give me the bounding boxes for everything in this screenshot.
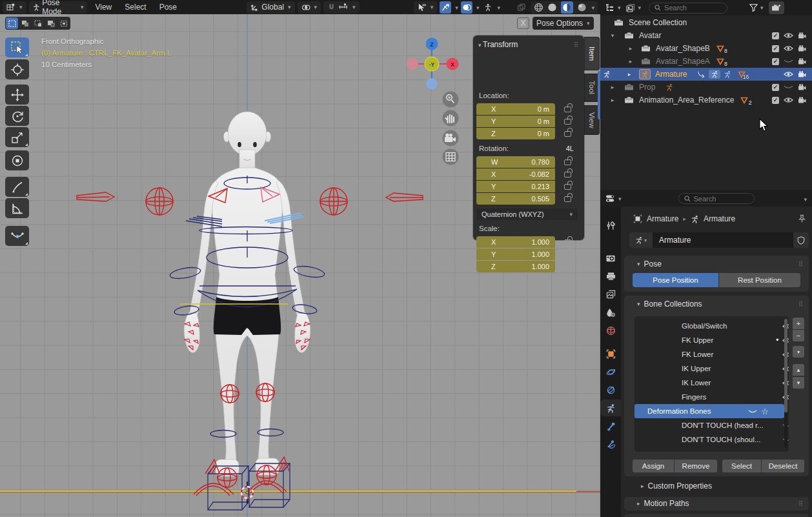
eye-closed-icon[interactable] xyxy=(784,58,793,65)
tab-world[interactable] xyxy=(600,322,621,339)
rotation-x-field[interactable]: X-0.082 xyxy=(476,168,555,180)
outliner-row-prop[interactable]: ▸ Prop xyxy=(600,81,812,94)
tool-annotate[interactable] xyxy=(5,177,29,197)
move-collection-up-button[interactable]: ▲ xyxy=(793,364,804,376)
remove-collection-button[interactable]: − xyxy=(793,330,804,341)
location-z-field[interactable]: Z0 m xyxy=(476,128,555,139)
expand-icon[interactable]: ▸ xyxy=(626,71,633,77)
lock-icon[interactable] xyxy=(564,196,571,202)
overlays-dropdown[interactable] xyxy=(475,3,480,12)
outliner-row-scene-collection[interactable]: Scene Collection xyxy=(600,16,812,29)
show-gizmo-toggle[interactable] xyxy=(440,1,451,14)
lock-icon[interactable] xyxy=(564,239,571,245)
shading-wireframe-icon[interactable] xyxy=(534,3,543,12)
tab-output[interactable] xyxy=(600,268,621,285)
menu-select[interactable]: Select xyxy=(119,1,151,14)
rotation-y-field[interactable]: Y0.213 xyxy=(476,181,555,192)
outliner-row-animation-area-reference[interactable]: ▸ Animation_Area_Reference 2 xyxy=(600,94,812,106)
pose-position-button[interactable]: Pose Position xyxy=(633,273,718,287)
breadcrumb-data[interactable]: Armature xyxy=(704,214,735,223)
expand-icon[interactable]: ▸ xyxy=(627,45,634,52)
exclude-checkbox[interactable] xyxy=(772,58,779,65)
outliner-display-mode-button[interactable] xyxy=(626,4,642,12)
exclude-checkbox[interactable] xyxy=(772,32,779,39)
lock-icon[interactable] xyxy=(564,119,571,125)
mode-dropdown[interactable]: Pose Mode xyxy=(29,1,88,14)
tab-tool[interactable] xyxy=(600,217,621,234)
list-scrollbar-thumb[interactable] xyxy=(784,319,787,412)
shading-rendered-icon[interactable] xyxy=(577,3,587,12)
tool-select-box[interactable] xyxy=(5,37,29,57)
tab-object-data-armature-active[interactable] xyxy=(600,400,621,416)
list-scrollbar-track[interactable] xyxy=(784,319,787,448)
toggle-xray[interactable] xyxy=(516,1,527,14)
menu-pose[interactable]: Pose xyxy=(154,1,182,14)
list-item-fingers[interactable]: Fingers xyxy=(669,390,789,404)
camera-icon[interactable] xyxy=(798,71,807,78)
pan-hand-button[interactable] xyxy=(443,110,459,127)
tab-physics[interactable] xyxy=(600,363,621,380)
expand-icon[interactable]: ▸ xyxy=(627,58,634,65)
select-mode-set[interactable] xyxy=(6,17,18,29)
expand-icon[interactable]: ▸ xyxy=(609,84,616,90)
navigation-gizmo[interactable]: X Z -Y xyxy=(407,38,459,90)
properties-search-input[interactable]: Search xyxy=(678,193,755,204)
location-y-field[interactable]: Y0 m xyxy=(476,116,555,127)
tool-move[interactable] xyxy=(5,85,29,105)
camera-icon[interactable] xyxy=(798,45,807,52)
panel-grip[interactable] xyxy=(798,259,804,269)
grid-perspective-button[interactable] xyxy=(443,149,459,165)
solo-star-icon[interactable] xyxy=(761,407,769,416)
eye-open-icon[interactable] xyxy=(784,45,793,52)
rest-position-button[interactable]: Rest Position xyxy=(719,273,800,287)
camera-icon[interactable] xyxy=(798,97,807,104)
shading-dropdown[interactable] xyxy=(591,3,595,12)
new-collection-button[interactable] xyxy=(769,1,784,14)
tool-pose-breakdowner[interactable] xyxy=(5,226,29,246)
list-item-dont-touch-head[interactable]: DON'T TOUCH (head r... xyxy=(669,418,789,432)
tool-measure[interactable] xyxy=(5,198,29,218)
editor-type-button[interactable] xyxy=(3,1,26,14)
eye-open-icon[interactable] xyxy=(784,97,793,103)
scale-x-field[interactable]: X1.000 xyxy=(476,236,555,248)
list-item-ik-upper[interactable]: IK Upper xyxy=(669,361,789,376)
snapping-dropdown[interactable] xyxy=(323,1,360,14)
rotation-w-field[interactable]: W0.780 xyxy=(476,156,555,168)
select-visibility-dropdown[interactable] xyxy=(414,1,438,14)
camera-icon[interactable] xyxy=(798,84,807,91)
exclude-checkbox[interactable] xyxy=(772,45,779,52)
outliner-row-avatar-shapea[interactable]: ▸ Avatar_ShapeA 8 xyxy=(600,55,812,68)
shading-material-preview-active[interactable] xyxy=(561,1,573,14)
list-item-dont-touch-shoulder[interactable]: DON'T TOUCH (shoul... xyxy=(669,432,789,447)
custom-properties-panel[interactable]: Custom Properties xyxy=(629,479,809,493)
sidebar-scrollbar[interactable] xyxy=(598,71,600,119)
lock-icon[interactable] xyxy=(564,159,571,165)
add-collection-button[interactable]: + xyxy=(793,318,804,329)
panel-grip[interactable] xyxy=(798,299,804,309)
fake-user-shield-button[interactable] xyxy=(793,232,809,248)
show-overlays-toggle[interactable] xyxy=(461,1,472,14)
pivot-point-dropdown[interactable] xyxy=(298,1,321,14)
tool-rotate[interactable] xyxy=(5,106,29,126)
tool-cursor[interactable] xyxy=(5,59,29,79)
eye-closed-icon[interactable] xyxy=(784,84,793,90)
list-item-deformation-bones-selected[interactable]: Deformation Bones xyxy=(634,404,784,418)
tab-render[interactable] xyxy=(600,250,621,267)
lock-icon[interactable] xyxy=(564,106,571,112)
pose-display-toggle[interactable] xyxy=(482,1,493,14)
lock-icon[interactable] xyxy=(564,252,571,258)
bone-collections-header[interactable]: Bone Collections xyxy=(637,299,702,309)
expand-icon[interactable]: ▾ xyxy=(609,32,616,39)
scale-y-field[interactable]: Y1.000 xyxy=(476,248,555,260)
eye-closed-icon[interactable] xyxy=(748,409,757,414)
tab-bone[interactable] xyxy=(600,418,621,434)
select-mode-intersect[interactable] xyxy=(57,17,70,29)
lock-icon[interactable] xyxy=(564,264,571,270)
outliner-row-avatar-shapeb[interactable]: ▸ Avatar_ShapeB 8 xyxy=(600,42,812,55)
tab-view-layer[interactable] xyxy=(600,286,621,303)
lock-icon[interactable] xyxy=(564,172,571,177)
shading-solid-icon[interactable] xyxy=(547,3,557,12)
collection-specials-menu[interactable]: ▾ xyxy=(793,346,804,358)
select-mode-subtract[interactable] xyxy=(32,17,44,29)
expand-icon[interactable]: ▸ xyxy=(609,97,616,103)
